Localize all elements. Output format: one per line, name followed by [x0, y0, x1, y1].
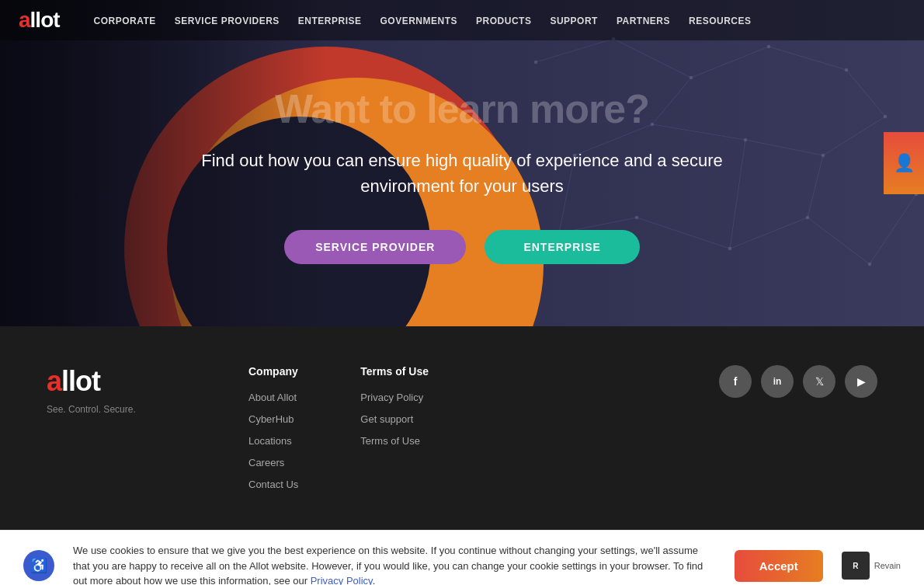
- enterprise-button[interactable]: ENTERPRISE: [485, 230, 639, 264]
- social-twitter[interactable]: 𝕏: [803, 365, 835, 398]
- service-provider-button[interactable]: SERVICE PROVIDER: [284, 230, 466, 264]
- social-facebook[interactable]: f: [719, 365, 752, 398]
- hero-section: allot CORPORATE SERVICE PROVIDERS ENTERP…: [0, 0, 924, 326]
- logo-text: allot: [19, 8, 60, 33]
- nav-service-providers[interactable]: SERVICE PROVIDERS: [165, 16, 289, 26]
- footer-link-careers[interactable]: Careers: [248, 457, 284, 468]
- hero-buttons: SERVICE PROVIDER ENTERPRISE: [284, 230, 640, 264]
- footer-logo-section: allot See. Control. Secure.: [47, 365, 202, 415]
- nav-support[interactable]: SUPPORT: [540, 16, 607, 26]
- privacy-policy-link[interactable]: Privacy Policy: [311, 575, 373, 585]
- nav-partners[interactable]: PARTNERS: [607, 16, 679, 26]
- cookie-text: We use cookies to ensure that we give yo…: [73, 543, 716, 585]
- footer-link-privacy[interactable]: Privacy Policy: [360, 392, 423, 403]
- hero-subtitle: Find out how you can ensure high quality…: [190, 148, 734, 199]
- footer-link-terms[interactable]: Terms of Use: [360, 435, 420, 447]
- company-links: About Allot CyberHub Locations Careers C…: [248, 390, 298, 491]
- footer-logo[interactable]: allot: [47, 365, 202, 398]
- social-linkedin[interactable]: in: [761, 365, 794, 398]
- footer-link-locations[interactable]: Locations: [248, 435, 292, 447]
- social-youtube[interactable]: ▶: [845, 365, 877, 398]
- footer-logo-text: allot: [47, 365, 100, 397]
- revain-label: Revain: [874, 561, 901, 570]
- navbar-logo[interactable]: allot: [19, 8, 60, 33]
- hero-bg-title: Want to learn more?: [275, 85, 649, 132]
- accessibility-button[interactable]: ♿: [23, 550, 54, 581]
- footer-social: f in 𝕏 ▶: [719, 365, 877, 398]
- terms-heading: Terms of Use: [360, 365, 429, 378]
- footer-terms-col: Terms of Use Privacy Policy Get support …: [360, 365, 429, 499]
- footer-link-about[interactable]: About Allot: [248, 392, 297, 403]
- social-icons: f in 𝕏 ▶: [719, 365, 877, 398]
- terms-links: Privacy Policy Get support Terms of Use: [360, 390, 429, 447]
- revain-badge: R Revain: [842, 552, 901, 580]
- hero-content: Want to learn more? Find out how you can…: [0, 0, 924, 326]
- nav-corporate[interactable]: CORPORATE: [85, 16, 165, 26]
- nav-links: CORPORATE SERVICE PROVIDERS ENTERPRISE G…: [85, 13, 761, 27]
- footer-link-cyberhub[interactable]: CyberHub: [248, 413, 294, 425]
- accept-cookies-button[interactable]: Accept: [735, 550, 823, 582]
- nav-resources[interactable]: RESOURCES: [679, 16, 761, 26]
- cookie-banner: ♿ We use cookies to ensure that we give …: [0, 530, 924, 585]
- footer-columns: Company About Allot CyberHub Locations C…: [248, 365, 672, 499]
- footer-link-support[interactable]: Get support: [360, 413, 413, 425]
- nav-governments[interactable]: GOVERNMENTS: [371, 16, 467, 26]
- person-icon: 👤: [894, 153, 915, 173]
- accessibility-icon: ♿: [30, 557, 47, 574]
- footer-company-col: Company About Allot CyberHub Locations C…: [248, 365, 298, 499]
- nav-enterprise[interactable]: ENTERPRISE: [289, 16, 371, 26]
- revain-icon: R: [842, 552, 870, 580]
- navbar: allot CORPORATE SERVICE PROVIDERS ENTERP…: [0, 0, 924, 40]
- footer-tagline: See. Control. Secure.: [47, 404, 202, 415]
- side-contact-button[interactable]: 👤: [884, 132, 924, 194]
- footer-link-contact[interactable]: Contact Us: [248, 479, 298, 490]
- company-heading: Company: [248, 365, 298, 378]
- nav-products[interactable]: PRODUCTS: [467, 16, 540, 26]
- footer: allot See. Control. Secure. Company Abou…: [0, 326, 924, 530]
